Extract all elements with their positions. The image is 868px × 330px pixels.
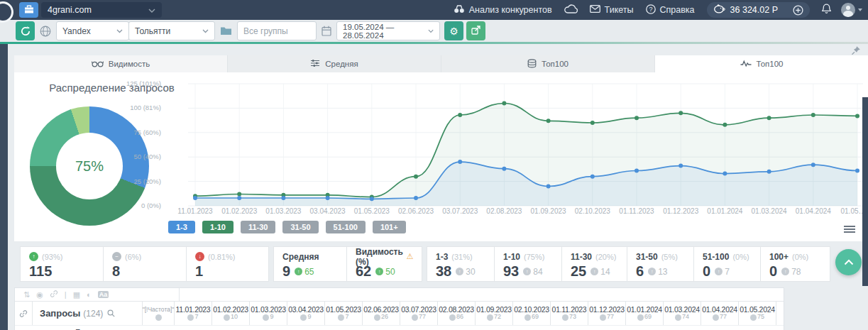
summary-card[interactable]: ↓(0.81%)1 <box>186 246 269 282</box>
date-column-header[interactable]: 01.03.202474 <box>664 302 701 325</box>
nav-help[interactable]: ? Справка <box>646 4 695 16</box>
balance-pill[interactable]: 36 324.02 Р <box>707 2 810 18</box>
tab-top100-dynamics[interactable]: Топ100 <box>655 55 868 72</box>
notifications-button[interactable] <box>822 4 831 16</box>
date-column-header[interactable]: 02.10.202369 <box>513 302 551 325</box>
search-icon[interactable] <box>107 309 115 317</box>
card-delta: ↑14 <box>590 267 610 277</box>
x-tick-text: 01.11.2023 <box>619 207 654 215</box>
tab-visibility[interactable]: Видимость <box>14 55 228 72</box>
top-count-value: 69 <box>644 313 652 320</box>
summary-card[interactable]: 100+(0%)0↑78 <box>760 246 830 282</box>
legend-button-31-50[interactable]: 31-50 <box>282 221 318 233</box>
top-count-value: 9 <box>307 313 311 320</box>
data-point <box>723 123 727 127</box>
chart-panel: Распределение запросов 75% 0 (0%)25 (20%… <box>14 72 868 241</box>
settings-button[interactable]: ⚙ <box>444 21 463 40</box>
x-tick-text: 01.09.2023 <box>531 207 566 215</box>
date-column-header[interactable]: 02.08.202386 <box>438 302 476 325</box>
data-point <box>634 116 639 120</box>
sort-icon[interactable]: ⇅ <box>23 291 30 299</box>
column-top-count: 7 <box>338 314 348 322</box>
contrast-icon[interactable]: ◐ <box>87 291 92 299</box>
x-tick-label: 02.10.2023 <box>567 207 618 215</box>
x-tick-label: 02.08.2023 <box>478 207 529 215</box>
search-engine-select[interactable]: Yandex <box>56 21 129 40</box>
chart-menu-icon[interactable] <box>844 224 855 234</box>
legend-button-1-10[interactable]: 1-10 <box>202 221 234 233</box>
grid-icon[interactable]: ▦ <box>73 291 80 299</box>
column-date: 01.05.2023 <box>326 305 361 314</box>
data-point <box>546 184 551 188</box>
legend-button-11-30[interactable]: 11-30 <box>241 221 276 233</box>
date-column-header[interactable]: 01.12.202377 <box>588 302 626 325</box>
date-column-header[interactable]: 01.11.202373 <box>551 302 588 325</box>
queries-column-header[interactable]: Запросы (124) <box>33 302 143 325</box>
date-columns: 11.01.2023701.02.20231001.03.2023903.04.… <box>175 302 776 325</box>
nav-sync[interactable] <box>564 4 578 16</box>
date-column-header[interactable]: 01.03.20239 <box>250 302 287 325</box>
scroll-top-button[interactable] <box>835 249 862 275</box>
y-tick-label: 125 (101%) <box>96 79 161 88</box>
data-point <box>281 196 285 200</box>
card-header: 1-3(31%) <box>436 251 485 262</box>
summary-card[interactable]: −(6%)8 <box>103 246 187 282</box>
data-point <box>502 167 506 171</box>
refresh-button[interactable] <box>16 21 35 40</box>
add-funds-icon[interactable] <box>793 5 803 16</box>
date-column-header[interactable]: 01.05.202475 <box>739 302 776 325</box>
summary-card[interactable]: Видимость (%)⚠62↑50 <box>346 246 422 282</box>
date-column-header[interactable]: 03.04.20239 <box>287 302 325 325</box>
nav-tickets[interactable]: Тикеты <box>590 5 634 15</box>
case-icon[interactable]: Aa <box>98 291 109 298</box>
data-point <box>458 113 462 117</box>
link-column-header[interactable] <box>15 302 33 325</box>
legend-button-51-100[interactable]: 51-100 <box>326 221 366 233</box>
data-point <box>767 116 771 120</box>
date-column-header[interactable]: 01.01.202469 <box>626 302 664 325</box>
data-point <box>370 197 374 201</box>
legend-button-1-3[interactable]: 1-3 <box>168 221 195 233</box>
column-top-count: 77 <box>412 314 426 322</box>
app-logo[interactable] <box>0 1 13 23</box>
summary-card[interactable]: 1-3(31%)38↑30 <box>427 246 495 282</box>
summary-card[interactable]: 51-100(0%)0↑7 <box>693 246 761 282</box>
date-range-select[interactable]: 19.05.2024 — 28.05.2024 <box>336 21 440 40</box>
pin-toolbar-button[interactable] <box>851 45 861 58</box>
frequency-column-header[interactable]: "[!Частота]" <box>143 302 175 325</box>
tab-top100[interactable]: Топ100 <box>441 55 655 72</box>
region-select[interactable]: Тольятти <box>128 21 215 40</box>
summary-card[interactable]: ↑(93%)115 <box>20 246 104 282</box>
date-column-header[interactable]: 01.02.202310 <box>212 302 250 325</box>
legend-button-101+[interactable]: 101+ <box>373 221 406 233</box>
highlight-icon[interactable]: ◉ <box>36 291 43 299</box>
top-count-value: 10 <box>231 313 238 320</box>
groups-input[interactable] <box>237 21 317 40</box>
tab-average[interactable]: Средняя <box>228 55 441 72</box>
table-row[interactable]: Брусчатка <box>15 325 784 330</box>
chevron-down-icon <box>858 9 862 11</box>
summary-card[interactable]: Средняя9↑65 <box>273 246 347 282</box>
project-select[interactable]: 4grani.com <box>41 2 162 18</box>
tune-icon <box>310 59 320 69</box>
yandex-badge-icon <box>374 314 380 321</box>
date-column-header[interactable]: 01.09.202372 <box>476 302 513 325</box>
card-value: 62 <box>356 263 371 280</box>
card-percent: (93%) <box>42 253 62 261</box>
projects-button[interactable] <box>19 2 38 18</box>
summary-card[interactable]: 31-50(5%)6↑13 <box>627 246 694 282</box>
summary-card[interactable]: 11-30(20%)25↑14 <box>561 246 627 282</box>
summary-card[interactable]: 1-10(75%)93↑84 <box>494 246 562 282</box>
date-column-header[interactable]: 03.07.202377 <box>400 302 438 325</box>
account-menu[interactable] <box>831 3 862 17</box>
yandex-badge-icon <box>155 314 162 321</box>
x-tick-text: 03.04.2023 <box>310 207 346 215</box>
nav-competitor-analysis[interactable]: Анализ конкурентов <box>454 4 552 16</box>
link-icon[interactable] <box>50 290 58 299</box>
date-column-header[interactable]: 02.06.202326 <box>363 302 400 325</box>
date-column-header[interactable]: 11.01.20237 <box>175 302 212 325</box>
top-count-value: 73 <box>569 313 576 320</box>
export-button[interactable] <box>466 21 485 40</box>
date-column-header[interactable]: 01.05.20237 <box>325 302 363 325</box>
date-column-header[interactable]: 01.04.202477 <box>701 302 739 325</box>
